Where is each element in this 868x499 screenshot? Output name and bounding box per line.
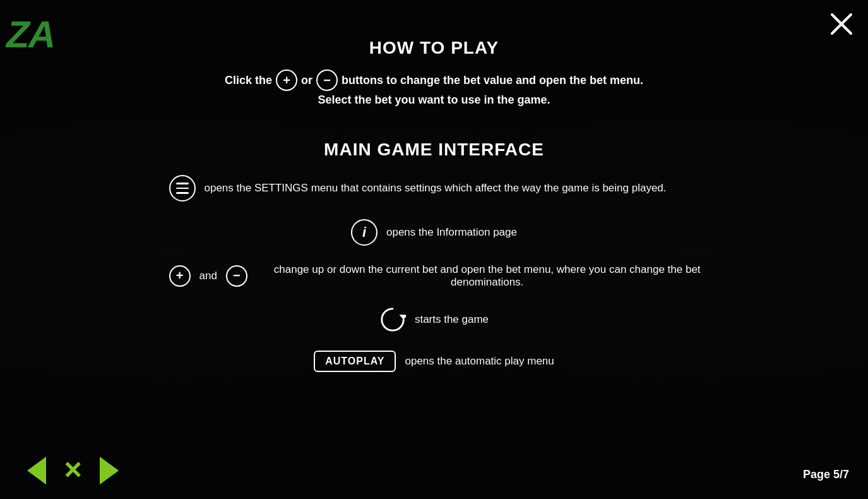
bet-instruction-line1: Click the + or − buttons to change the b…: [150, 69, 718, 91]
game-logo: ZA: [6, 13, 54, 56]
settings-icon: [169, 175, 196, 201]
bet-instruction-line2: Select the bet you want to use in the ga…: [150, 91, 718, 109]
line3: [176, 192, 189, 194]
bet-change-row: + and − change up or down the current be…: [150, 263, 718, 289]
hamburger-lines: [176, 183, 189, 194]
minus-icon: −: [316, 69, 338, 91]
plus-bet-icon: +: [169, 265, 191, 287]
settings-text: opens the SETTINGS menu that contains se…: [205, 182, 667, 195]
settings-row: opens the SETTINGS menu that contains se…: [150, 175, 718, 201]
line2: [176, 188, 189, 189]
prev-arrow-icon: [27, 457, 46, 484]
how-to-play-title: HOW TO PLAY: [150, 38, 718, 58]
plus-icon: +: [276, 69, 297, 91]
svg-marker-2: [399, 315, 406, 320]
spin-icon: [379, 306, 406, 333]
minus-bet-icon: −: [226, 265, 247, 287]
bottom-navigation: ✕: [19, 455, 126, 486]
prev-button[interactable]: [19, 455, 54, 486]
close-nav-button[interactable]: ✕: [57, 455, 88, 486]
info-icon: i: [351, 219, 378, 246]
autoplay-text: opens the automatic play menu: [405, 355, 554, 368]
main-game-section: MAIN GAME INTERFACE opens the SETTINGS m…: [150, 140, 718, 372]
next-arrow-icon: [100, 457, 119, 484]
bet-suffix-text: buttons to change the bet value and open…: [342, 74, 643, 87]
spacer: [150, 114, 718, 133]
content-area: HOW TO PLAY Click the + or − buttons to …: [150, 38, 718, 390]
spin-text: starts the game: [415, 313, 489, 326]
spin-row: starts the game: [150, 306, 718, 333]
how-to-play-section: HOW TO PLAY Click the + or − buttons to …: [150, 38, 718, 109]
close-button[interactable]: [827, 9, 855, 38]
or-text: or: [301, 74, 312, 87]
click-the-text: Click the: [225, 74, 272, 87]
autoplay-badge: AUTOPLAY: [314, 351, 396, 372]
bet-change-text: change up or down the current bet and op…: [256, 263, 718, 289]
autoplay-row: AUTOPLAY opens the automatic play menu: [150, 351, 718, 372]
line1: [176, 183, 189, 184]
info-row: i opens the Information page: [150, 219, 718, 246]
next-button[interactable]: [92, 455, 126, 486]
page-indicator: Page 5/7: [803, 468, 849, 481]
info-text: opens the Information page: [386, 226, 517, 239]
and-text: and: [199, 270, 217, 282]
main-game-title: MAIN GAME INTERFACE: [150, 140, 718, 160]
